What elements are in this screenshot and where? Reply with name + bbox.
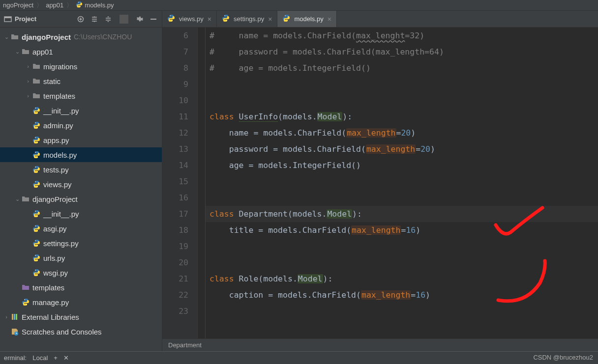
code-line-19[interactable] [209,238,598,254]
tree-item-djangoproject[interactable]: ⌄djangoProjectC:\Users\CNZHOU [0,29,162,44]
tree-item---init---py[interactable]: __init__.py [0,206,162,221]
tab-label: views.py [179,15,204,23]
tab-label: settings.py [234,15,264,23]
line-number: 22 [162,287,188,303]
class-context[interactable]: Department [168,341,202,349]
breadcrumb-folder[interactable]: app01 [46,1,63,9]
tree-item-wsgi-py[interactable]: wsgi.py [0,265,162,280]
tree-item-templates[interactable]: templates [0,280,162,295]
close-icon[interactable]: × [208,15,211,23]
tree-item-migrations[interactable]: ›migrations [0,59,162,74]
line-number: 14 [162,157,188,173]
tree-item-label: External Libraries [22,313,79,321]
line-number: 23 [162,303,188,319]
tree-item-scratches-and-consoles[interactable]: Scratches and Consoles [0,324,162,339]
code-editor[interactable]: 67891011121314151617181920212223 # name … [162,28,598,338]
code-line-11[interactable]: class UserInfo(models.Model): [209,109,598,125]
code-line-10[interactable] [209,92,598,109]
breadcrumb-file[interactable]: models.py [85,1,114,9]
tree-arrow-icon[interactable]: ⌄ [14,196,21,202]
terminal-close-icon[interactable]: ✕ [63,354,69,362]
code-line-16[interactable] [209,190,598,206]
fold-column[interactable] [198,28,206,338]
project-tree[interactable]: ⌄djangoProjectC:\Users\CNZHOU⌄app01›migr… [0,28,162,351]
expand-all-icon[interactable] [90,15,99,24]
tree-item-settings-py[interactable]: settings.py [0,236,162,251]
svg-point-16 [35,181,36,182]
code-line-12[interactable]: name = models.CharField(max_length=20) [209,125,598,141]
tree-item---init---py[interactable]: __init__.py [0,103,162,118]
library-icon [10,313,20,321]
code-line-7[interactable]: # password = models.CharField(max_length… [209,44,598,60]
tree-item-views-py[interactable]: views.py [0,177,162,192]
folder-icon [21,48,30,56]
tree-item-djangoproject[interactable]: ⌄djangoProject [0,192,162,206]
tree-arrow-icon[interactable]: › [25,63,31,69]
svg-point-34 [170,15,171,16]
code-line-22[interactable]: caption = models.CharField(max_length=16… [209,287,598,303]
code-line-9[interactable] [209,76,598,92]
tree-arrow-icon[interactable]: › [25,78,31,84]
tree-item-label: migrations [43,62,77,71]
select-opened-icon[interactable] [76,15,85,24]
tree-item-label: djangoProject [22,33,71,41]
tree-item-tests-py[interactable]: tests.py [0,162,162,177]
tree-arrow-icon[interactable]: › [3,314,10,320]
tree-item-label: manage.py [32,298,69,307]
tree-path-hint: C:\Users\CNZHOU [74,33,132,41]
svg-point-36 [224,15,225,16]
terminal-add-icon[interactable]: + [54,354,58,362]
tree-arrow-icon[interactable]: ⌄ [14,49,21,55]
svg-point-37 [226,20,227,21]
editor-breadcrumb[interactable]: Department [162,338,598,351]
tab-settings-py[interactable]: settings.py× [217,11,277,27]
code-line-14[interactable]: age = models.IntegerField() [209,157,598,173]
code-line-17[interactable]: class Department(models.Model): [206,206,598,222]
svg-rect-31 [14,314,15,320]
tab-views-py[interactable]: views.py× [162,11,217,27]
code-line-13[interactable]: password = models.CharField(max_length=2… [209,141,598,157]
tree-item-apps-py[interactable]: apps.py [0,133,162,147]
code-line-15[interactable] [209,173,598,190]
tree-item-templates[interactable]: ›templates [0,88,162,103]
svg-point-19 [37,216,38,217]
tree-item-label: templates [43,92,75,100]
collapse-all-icon[interactable] [104,15,113,24]
svg-point-38 [285,15,286,16]
status-bar: erminal: Local + ✕ [0,351,598,364]
line-gutter: 67891011121314151617181920212223 [162,28,198,338]
gear-icon[interactable] [135,15,144,24]
terminal-label[interactable]: erminal: [4,354,27,362]
code-line-20[interactable] [209,254,598,271]
tree-item-models-py[interactable]: models.py [0,147,162,162]
tree-arrow-icon[interactable]: › [25,93,31,99]
tree-item-asgi-py[interactable]: asgi.py [0,221,162,236]
tree-item-admin-py[interactable]: admin.py [0,118,162,133]
tree-item-label: asgi.py [43,224,67,233]
svg-point-20 [35,225,36,226]
svg-point-15 [37,171,38,172]
code-line-6[interactable]: # name = models.CharField(max_lenght=32) [209,28,598,44]
tree-item-external-libraries[interactable]: ›External Libraries [0,309,162,324]
tree-item-static[interactable]: ›static [0,74,162,88]
line-number: 20 [162,254,188,271]
code-line-18[interactable]: title = models.CharField(max_length=16) [209,222,598,238]
svg-point-8 [35,122,36,123]
tree-item-urls-py[interactable]: urls.py [0,251,162,265]
tab-models-py[interactable]: models.py× [277,11,336,27]
tree-item-manage-py[interactable]: manage.py [0,295,162,309]
code-content[interactable]: # name = models.CharField(max_lenght=32)… [206,28,598,338]
code-line-8[interactable]: # age = models.IntegerField() [209,60,598,76]
hide-icon[interactable] [149,15,158,24]
svg-point-14 [35,167,36,168]
tree-arrow-icon[interactable]: ⌄ [3,34,10,40]
code-line-23[interactable] [209,303,598,319]
line-number: 10 [162,92,188,109]
tree-item-app01[interactable]: ⌄app01 [0,44,162,59]
svg-point-39 [287,20,288,21]
breadcrumb-project[interactable]: ngoProject [3,1,33,9]
code-line-21[interactable]: class Role(models.Model): [209,271,598,287]
close-icon[interactable]: × [268,15,272,23]
terminal-local[interactable]: Local [32,354,48,362]
close-icon[interactable]: × [328,15,331,23]
